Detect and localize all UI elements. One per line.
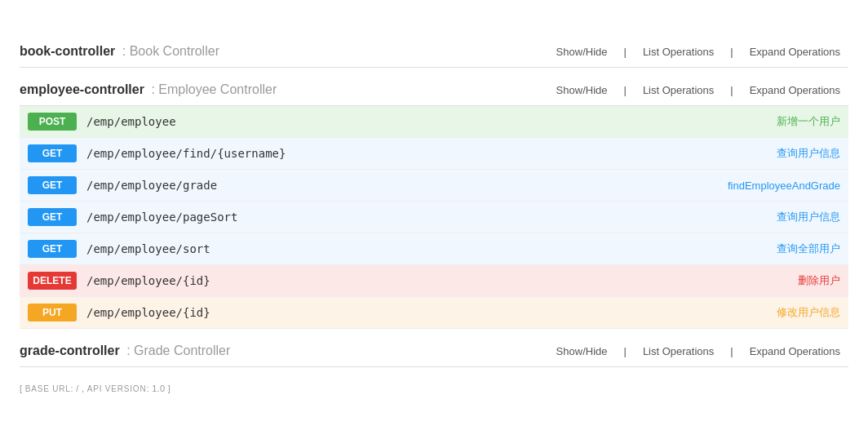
operation-path: /emp/employee/{id} (86, 274, 788, 287)
method-badge-get: GET (28, 144, 77, 162)
controller-section-employee-controller: employee-controller : Employee Controlle… (20, 74, 848, 329)
table-row[interactable]: DELETE/emp/employee/{id}删除用户 (20, 265, 848, 297)
api-version-label: API VERSION (87, 384, 147, 393)
operation-path: /emp/employee/grade (86, 179, 718, 192)
operation-description: 修改用户信息 (777, 305, 840, 320)
table-row[interactable]: PUT/emp/employee/{id}修改用户信息 (20, 297, 848, 329)
controller-section-grade-controller: grade-controller : Grade ControllerShow/… (20, 335, 848, 367)
show-hide-employee-controller[interactable]: Show/Hide (548, 84, 616, 96)
controller-header-employee-controller: employee-controller : Employee Controlle… (20, 74, 848, 106)
expand-operations-book-controller[interactable]: Expand Operations (742, 46, 848, 58)
divider: | (722, 345, 741, 357)
divider: | (615, 46, 634, 58)
controller-actions-employee-controller: Show/Hide|List Operations|Expand Operati… (548, 84, 848, 96)
operation-path: /emp/employee (86, 115, 767, 128)
controller-header-grade-controller: grade-controller : Grade ControllerShow/… (20, 335, 848, 367)
operation-path: /emp/employee/pageSort (86, 211, 767, 224)
divider: | (615, 345, 634, 357)
show-hide-grade-controller[interactable]: Show/Hide (548, 345, 616, 357)
operation-path: /emp/employee/{id} (86, 306, 767, 319)
method-badge-delete: DELETE (28, 272, 77, 290)
list-operations-book-controller[interactable]: List Operations (635, 46, 722, 58)
operation-path: /emp/employee/sort (86, 242, 767, 255)
method-badge-get: GET (28, 240, 77, 258)
method-badge-get: GET (28, 208, 77, 226)
controller-name-book-controller[interactable]: book-controller : Book Controller (20, 44, 219, 59)
operations-employee-controller: POST/emp/employee新增一个用户GET/emp/employee/… (20, 106, 848, 329)
table-row[interactable]: GET/emp/employee/pageSort查询用户信息 (20, 202, 848, 233)
expand-operations-employee-controller[interactable]: Expand Operations (742, 84, 848, 96)
table-row[interactable]: GET/emp/employee/gradefindEmployeeAndGra… (20, 170, 848, 202)
footer: [ BASE URL: / , API VERSION: 1.0 ] (20, 384, 848, 393)
operation-description: 查询全部用户 (777, 242, 840, 256)
controller-section-book-controller: book-controller : Book ControllerShow/Hi… (20, 36, 848, 68)
table-row[interactable]: GET/emp/employee/sort查询全部用户 (20, 233, 848, 265)
operation-description: 新增一个用户 (777, 114, 840, 129)
controller-name-employee-controller[interactable]: employee-controller : Employee Controlle… (20, 82, 277, 97)
table-row[interactable]: POST/emp/employee新增一个用户 (20, 106, 848, 138)
method-badge-put: PUT (28, 304, 77, 321)
operation-path: /emp/employee/find/{username} (86, 147, 767, 160)
controller-actions-grade-controller: Show/Hide|List Operations|Expand Operati… (548, 345, 848, 357)
controller-header-book-controller: book-controller : Book ControllerShow/Hi… (20, 36, 848, 68)
operation-description: 查询用户信息 (777, 210, 840, 224)
divider: | (722, 46, 741, 58)
show-hide-book-controller[interactable]: Show/Hide (548, 46, 616, 58)
table-row[interactable]: GET/emp/employee/find/{username}查询用户信息 (20, 138, 848, 170)
controller-name-grade-controller[interactable]: grade-controller : Grade Controller (20, 344, 230, 358)
divider: | (615, 84, 634, 96)
list-operations-employee-controller[interactable]: List Operations (635, 84, 722, 96)
method-badge-post: POST (28, 113, 77, 131)
base-url-value: / (76, 384, 78, 393)
base-url-label: BASE URL (25, 384, 71, 393)
operation-description: 查询用户信息 (777, 146, 840, 161)
api-version-value: 1.0 (152, 384, 165, 393)
method-badge-get: GET (28, 176, 77, 194)
operation-description: 删除用户 (798, 273, 840, 288)
expand-operations-grade-controller[interactable]: Expand Operations (742, 345, 848, 357)
divider: | (722, 84, 741, 96)
controller-actions-book-controller: Show/Hide|List Operations|Expand Operati… (548, 46, 848, 58)
list-operations-grade-controller[interactable]: List Operations (635, 345, 722, 357)
operation-description: findEmployeeAndGrade (728, 180, 840, 192)
